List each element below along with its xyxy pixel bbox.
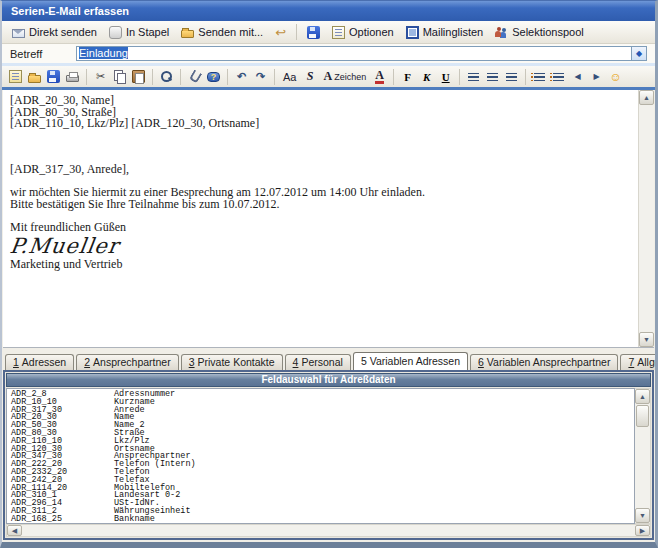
tab-label: Allgemeine Variablen: [637, 356, 658, 368]
scroll-up-button[interactable]: ▲: [639, 90, 654, 105]
bullet-list-button[interactable]: [549, 68, 568, 86]
editor-line: Mit freundlichen Güßen: [10, 222, 631, 234]
field-row[interactable]: ADR_2_8Adressnummer: [11, 391, 634, 399]
smiley-button[interactable]: ☺: [606, 68, 625, 86]
numbered-list-button[interactable]: [530, 68, 549, 86]
tab-allgemeine-variablen[interactable]: 7Allgemeine Variablen: [620, 354, 658, 370]
bold-label: F: [404, 71, 411, 83]
format-separator: [227, 69, 228, 85]
font-color-icon: A: [375, 70, 384, 84]
senden-mit-label: Senden mit...: [198, 26, 263, 38]
cut-button[interactable]: ✂: [91, 68, 110, 86]
field-row[interactable]: ADR_120_30Ortsname: [11, 446, 634, 454]
outdent-button[interactable]: ◀: [568, 68, 587, 86]
field-list-horizontal-scrollbar[interactable]: ◀ ▶: [6, 524, 651, 537]
tab-variablen-adressen[interactable]: 5Variablen Adressen: [353, 352, 468, 370]
field-row[interactable]: ADR_242_20Telefax: [11, 477, 634, 485]
field-row[interactable]: ADR_110_10Lkz/Plz: [11, 438, 634, 446]
direkt-senden-button[interactable]: Direkt senden: [6, 23, 103, 41]
tab-label: Private Kontakte: [198, 356, 275, 368]
field-list-vertical-scrollbar[interactable]: ▲ ▼: [635, 388, 651, 524]
align-center-button[interactable]: [483, 68, 502, 86]
serial-email-window: Serien-E-Mail erfassen Direkt senden In …: [0, 0, 658, 548]
optionen-label: Optionen: [349, 26, 394, 38]
paste-button[interactable]: [129, 68, 148, 86]
smiley-icon: ☺: [610, 70, 622, 84]
tab-personal[interactable]: 4Personal: [285, 354, 351, 370]
align-left-button[interactable]: [464, 68, 483, 86]
scrollbar-thumb[interactable]: [636, 405, 649, 427]
field-row[interactable]: ADR_2332_20Telefon: [11, 469, 634, 477]
format-separator: [86, 69, 87, 85]
field-row[interactable]: ADR_222_20Telefon (Intern): [11, 461, 634, 469]
senden-mit-button[interactable]: Senden mit...: [175, 23, 269, 41]
tab-number: 6: [478, 356, 484, 368]
save-file-button[interactable]: [44, 68, 63, 86]
format-separator: [274, 69, 275, 85]
scroll-down-button[interactable]: ▼: [635, 508, 650, 523]
italic-button[interactable]: K: [417, 68, 436, 86]
field-row[interactable]: ADR_310_1Landesart 0-2: [11, 492, 634, 500]
scroll-left-button[interactable]: ◀: [7, 525, 22, 536]
search-button[interactable]: [157, 68, 176, 86]
reply-button[interactable]: ↩: [269, 23, 292, 42]
scroll-up-button[interactable]: ▲: [635, 389, 650, 404]
subject-picker-button[interactable]: ◆: [632, 46, 647, 61]
attach-button[interactable]: [185, 68, 204, 86]
field-row[interactable]: ADR_296_14USt-IdNr.: [11, 500, 634, 508]
optionen-button[interactable]: Optionen: [326, 23, 400, 42]
field-row[interactable]: ADR_317_30Anrede: [11, 407, 634, 415]
field-row[interactable]: ADR_80_30Straße: [11, 430, 634, 438]
people-icon: [495, 26, 508, 39]
field-panel-header: Feldauswahl für Adreßdaten: [6, 373, 651, 387]
scroll-down-button[interactable]: ▼: [639, 332, 654, 347]
tab-ansprechpartner[interactable]: 2Ansprechpartner: [76, 354, 178, 370]
font-color-button[interactable]: A: [370, 68, 389, 86]
help-bubble-button[interactable]: [204, 68, 223, 86]
font-size-button[interactable]: S: [300, 68, 319, 86]
bold-button[interactable]: F: [398, 68, 417, 86]
tab-adressen[interactable]: 1Adressen: [5, 354, 74, 370]
save-icon: [47, 70, 60, 83]
open-button[interactable]: [25, 68, 44, 86]
subject-input[interactable]: Einladung: [76, 46, 632, 61]
underline-label: U: [442, 71, 450, 83]
tab-variablen-ansprechpartner[interactable]: 6Variablen Ansprechpartner: [470, 354, 618, 370]
new-document-button[interactable]: [6, 68, 25, 86]
email-body-editor[interactable]: [ADR_20_30, Name] [ADR_80_30, Straße] [A…: [3, 90, 638, 347]
align-center-icon: [487, 73, 498, 82]
in-stapel-label: In Stapel: [126, 26, 169, 38]
field-row[interactable]: ADR_50_30Name 2: [11, 422, 634, 430]
scrollbar-track[interactable]: [635, 428, 650, 508]
redo-button[interactable]: ↷: [251, 68, 270, 86]
field-row[interactable]: ADR_311_2Währungseinheit: [11, 508, 634, 516]
align-left-icon: [468, 73, 479, 82]
underline-button[interactable]: U: [436, 68, 455, 86]
print-button[interactable]: [63, 68, 82, 86]
editor-wrap: [ADR_20_30, Name] [ADR_80_30, Straße] [A…: [3, 90, 654, 348]
selektionspool-button[interactable]: Selektionspool: [489, 23, 590, 42]
field-list[interactable]: ADR_2_8Adressnummer ADR_10_10Kurzname AD…: [6, 388, 635, 524]
tab-private-kontakte[interactable]: 3Private Kontakte: [181, 354, 283, 370]
field-row[interactable]: ADR_1114_20Mobiltelefon: [11, 485, 634, 493]
field-row[interactable]: ADR_20_30Name: [11, 414, 634, 422]
field-row[interactable]: ADR_10_10Kurzname: [11, 399, 634, 407]
field-row[interactable]: ADR_347_30Ansprechpartner: [11, 453, 634, 461]
send-with-icon: [181, 30, 194, 38]
editor-vertical-scrollbar[interactable]: ▲ ▼: [638, 90, 654, 347]
align-right-button[interactable]: [502, 68, 521, 86]
font-button[interactable]: Aa: [279, 68, 300, 86]
scroll-right-button[interactable]: ▶: [635, 525, 650, 536]
format-separator: [180, 69, 181, 85]
editor-line: Marketing und Vertrieb: [10, 259, 631, 271]
undo-button[interactable]: ↶: [232, 68, 251, 86]
save-button[interactable]: [301, 23, 326, 42]
help-bubble-icon: [207, 72, 220, 82]
mailinglisten-button[interactable]: Mailinglisten: [400, 23, 490, 42]
field-row[interactable]: ADR_168_25Bankname: [11, 516, 634, 524]
zeichen-button[interactable]: A Zeichen: [319, 68, 370, 86]
indent-button[interactable]: ▶: [587, 68, 606, 86]
in-stapel-button[interactable]: In Stapel: [103, 23, 175, 42]
editor-line: [ADR_110_10, Lkz/Plz] [ADR_120_30, Ortsn…: [10, 118, 631, 130]
copy-button[interactable]: [110, 68, 129, 86]
